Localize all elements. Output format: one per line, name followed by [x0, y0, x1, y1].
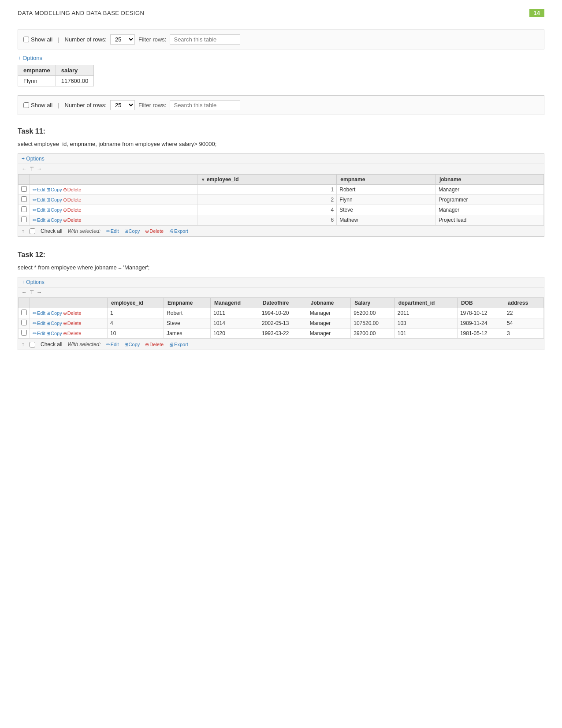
cell-empname: James — [164, 329, 211, 339]
table-row: Flynn 117600.00 — [18, 76, 94, 86]
footer-copy-btn[interactable]: ⊞ Copy — [124, 228, 140, 234]
footer-export-btn[interactable]: 🖨 Export — [169, 228, 188, 234]
edit-icon: ✏ — [106, 228, 110, 234]
footer-check-all-label-12: Check all — [41, 341, 62, 347]
row-checkbox[interactable] — [19, 215, 30, 225]
nav-forward-arrow[interactable]: → — [37, 166, 42, 172]
footer-edit-btn-12[interactable]: ✏ Edit — [106, 342, 119, 347]
row-checkbox-12[interactable] — [19, 318, 30, 329]
edit-btn-12[interactable]: ✏ Edit — [33, 321, 45, 326]
cell-empname: Steve — [337, 205, 436, 215]
row-checkbox[interactable] — [19, 195, 30, 205]
edit-btn[interactable]: ✏ Edit — [33, 217, 45, 223]
footer-up-arrow-12[interactable]: ↑ — [22, 341, 24, 347]
num-rows-select-top[interactable]: 25 50 100 — [110, 34, 135, 45]
delete-btn[interactable]: ⊖ Delete — [63, 197, 82, 203]
header-address[interactable]: address — [504, 298, 544, 308]
cell-employee_id: 10 — [108, 329, 164, 339]
cell-employee-id: 4 — [197, 205, 337, 215]
copy-btn[interactable]: ⊞ Copy — [46, 187, 62, 193]
delete-circle-icon: ⊖ — [63, 187, 67, 193]
cell-department_id: 2011 — [395, 308, 457, 318]
nav-forward-arrow-12[interactable]: → — [37, 289, 42, 295]
header-empname[interactable]: Empname — [164, 298, 211, 308]
copy-btn-12[interactable]: ⊞ Copy — [46, 331, 62, 336]
cell-salary: 107520.00 — [351, 318, 395, 329]
table-controls-top: Show all | Number of rows: 25 50 100 Fil… — [18, 30, 544, 49]
header-dob[interactable]: DOB — [457, 298, 504, 308]
footer-export-btn-12[interactable]: 🖨 Export — [169, 342, 188, 347]
cell-employee_id: 1 — [108, 308, 164, 318]
num-rows-select-bottom[interactable]: 25 50 100 — [110, 100, 135, 110]
row-checkbox[interactable] — [19, 205, 30, 215]
footer-copy-btn-12[interactable]: ⊞ Copy — [124, 342, 140, 347]
task11-footer: ↑ Check all With selected: ✏ Edit ⊞ Copy… — [18, 225, 544, 236]
copy-btn[interactable]: ⊞ Copy — [46, 217, 62, 223]
copy-icon: ⊞ — [46, 197, 50, 203]
footer-up-arrow[interactable]: ↑ — [22, 228, 24, 234]
header-managerid[interactable]: Managerid — [211, 298, 259, 308]
row-checkbox[interactable] — [19, 185, 30, 195]
num-rows-label-bottom: Number of rows: — [65, 102, 107, 108]
copy-btn[interactable]: ⊞ Copy — [46, 207, 62, 213]
cell-managerid: 1014 — [211, 318, 259, 329]
edit-btn[interactable]: ✏ Edit — [33, 207, 45, 213]
copy-btn-12[interactable]: ⊞ Copy — [46, 321, 62, 326]
nav-back-arrow[interactable]: ← — [22, 166, 27, 172]
header-salary[interactable]: Salary — [351, 298, 395, 308]
search-input-top[interactable] — [170, 34, 240, 45]
delete-btn[interactable]: ⊖ Delete — [63, 217, 82, 223]
delete-circle-icon: ⊖ — [63, 197, 67, 203]
delete-btn[interactable]: ⊖ Delete — [63, 187, 82, 193]
copy-icon: ⊞ — [46, 207, 50, 213]
footer-check-all-label: Check all — [41, 228, 62, 234]
copy-icon: ⊞ — [124, 228, 128, 234]
edit-btn[interactable]: ✏ Edit — [33, 187, 45, 193]
edit-btn-12[interactable]: ✏ Edit — [33, 331, 45, 336]
nav-back-arrow-12[interactable]: ← — [22, 289, 27, 295]
options-link-task10[interactable]: + Options — [18, 55, 42, 61]
header-dateofhire[interactable]: Dateofhire — [259, 298, 307, 308]
table-row: ✏ Edit ⊞ Copy ⊖ Delete 10James10201993-0… — [19, 329, 544, 339]
header-empname[interactable]: empname — [337, 175, 436, 185]
nav-split-arrow-12[interactable]: ⊤ — [30, 289, 34, 295]
task11-options[interactable]: + Options — [18, 154, 544, 164]
nav-split-arrow[interactable]: ⊤ — [30, 166, 34, 172]
header-department_id[interactable]: department_id — [395, 298, 457, 308]
edit-btn-12[interactable]: ✏ Edit — [33, 310, 45, 316]
footer-edit-btn[interactable]: ✏ Edit — [106, 228, 119, 234]
cell-empname: Robert — [337, 185, 436, 195]
show-all-checkbox-top[interactable] — [23, 37, 29, 42]
footer-delete-btn[interactable]: ⊖ Delete — [145, 228, 164, 234]
task12-options[interactable]: + Options — [18, 277, 544, 287]
task12-pma-table: employee_idEmpnameManageridDateofhireJob… — [18, 298, 544, 339]
cell-address: 22 — [504, 308, 544, 318]
footer-check-all[interactable] — [30, 228, 35, 234]
show-all-label-bottom[interactable]: Show all — [23, 102, 52, 108]
table-row: ✏ Edit ⊞ Copy ⊖ Delete 2 Flynn Programme… — [19, 195, 544, 205]
delete-btn-12[interactable]: ⊖ Delete — [63, 310, 82, 316]
row-checkbox-12[interactable] — [19, 329, 30, 339]
delete-icon-12: ⊖ — [145, 342, 149, 347]
header-actions-col — [30, 175, 197, 185]
header-employee-id[interactable]: ▼ employee_id — [197, 175, 337, 185]
task11-nav-row: ← ⊤ → — [18, 164, 544, 174]
delete-btn-12[interactable]: ⊖ Delete — [63, 321, 82, 326]
cell-empname: Flynn — [337, 195, 436, 205]
footer-delete-btn-12[interactable]: ⊖ Delete — [145, 342, 164, 347]
edit-btn[interactable]: ✏ Edit — [33, 197, 45, 203]
show-all-checkbox-bottom[interactable] — [23, 102, 29, 108]
delete-btn[interactable]: ⊖ Delete — [63, 207, 82, 213]
header-employee_id[interactable]: employee_id — [108, 298, 164, 308]
header-jobname[interactable]: jobname — [435, 175, 543, 185]
cell-employee-id: 1 — [197, 185, 337, 195]
row-checkbox-12[interactable] — [19, 308, 30, 318]
footer-check-all-12[interactable] — [30, 342, 35, 347]
delete-btn-12[interactable]: ⊖ Delete — [63, 331, 82, 336]
show-all-label-top[interactable]: Show all — [23, 36, 52, 43]
header-checkbox-col — [19, 175, 30, 185]
copy-btn-12[interactable]: ⊞ Copy — [46, 310, 62, 316]
header-jobname[interactable]: Jobname — [307, 298, 350, 308]
search-input-bottom[interactable] — [170, 100, 240, 110]
copy-btn[interactable]: ⊞ Copy — [46, 197, 62, 203]
